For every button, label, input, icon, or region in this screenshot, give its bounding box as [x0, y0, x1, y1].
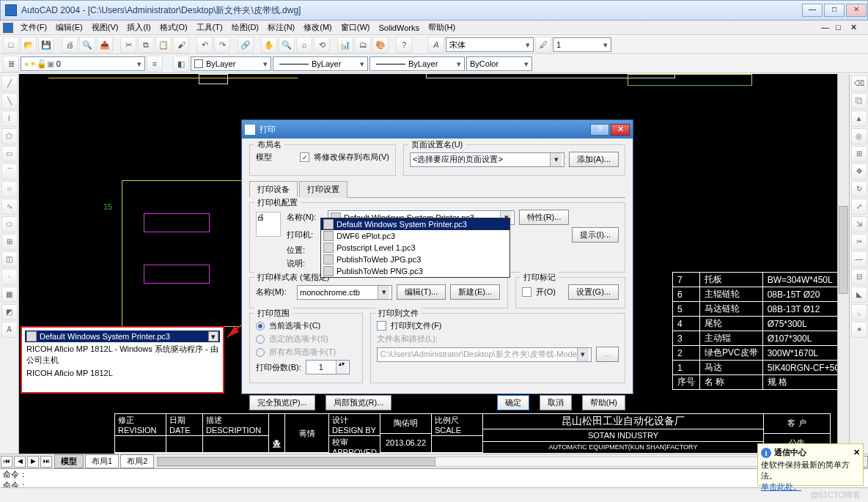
help-icon[interactable]: ? [396, 37, 412, 53]
pline-icon[interactable]: ⌇ [1, 111, 18, 127]
new-style-button[interactable]: 新建(E)... [450, 284, 500, 300]
mdi-icon[interactable] [3, 23, 13, 33]
copy-icon[interactable]: ⧉ [138, 37, 154, 53]
full-preview-button[interactable]: 完全预览(P)... [249, 395, 315, 410]
chamfer-icon[interactable]: ◣ [851, 287, 867, 303]
lineweight-combo[interactable]: ByLayer▾ [369, 56, 465, 71]
ok-button[interactable]: 确定 [497, 395, 529, 410]
horizontal-scrollbar[interactable] [157, 457, 853, 467]
notify-close-icon[interactable]: ✕ [853, 448, 860, 457]
linetype-combo[interactable]: ByLayer▾ [273, 56, 368, 71]
explode-icon[interactable]: ✶ [851, 322, 867, 338]
mtext-icon[interactable]: A [1, 322, 18, 338]
edit-style-button[interactable]: 编辑(T)... [397, 284, 446, 300]
comm-center-notification[interactable]: i通信中心✕ 使软件保持最新的简单方法。 单击此处。 [757, 443, 864, 486]
match-icon[interactable]: 🖌 [173, 37, 189, 53]
printer-option[interactable]: Postscript Level 1.pc3 [321, 242, 510, 254]
dialog-help-button[interactable]: 帮助(H) [582, 395, 625, 410]
mdi-max[interactable]: □ [836, 23, 850, 33]
scope-all-radio[interactable] [256, 348, 265, 357]
color-combo[interactable]: ByLayer▾ [191, 56, 271, 71]
menu-file[interactable]: 文件(F) [16, 22, 51, 33]
ellipse-icon[interactable]: ⬭ [1, 216, 18, 232]
tab-nav-first[interactable]: ⏮ [1, 456, 12, 468]
arc-icon[interactable]: ⌒ [1, 163, 18, 180]
menu-modify[interactable]: 修改(M) [299, 22, 336, 33]
point-icon[interactable]: · [1, 269, 18, 285]
save-icon[interactable]: 💾 [38, 37, 54, 53]
stamp-settings-button[interactable]: 设置(G)... [568, 284, 619, 300]
zoom-win-icon[interactable]: ⌕ [296, 37, 312, 53]
hints-button[interactable]: 提示(I)... [572, 227, 619, 243]
tab-plot-settings[interactable]: 打印设置 [299, 181, 347, 198]
tab-nav-last[interactable]: ⏭ [40, 456, 52, 468]
block-icon[interactable]: ◫ [1, 251, 18, 267]
printer-option[interactable]: PublishToWeb JPG.pc3 [321, 254, 510, 265]
hyperlink-icon[interactable]: 🔗 [238, 37, 254, 53]
mdi-min[interactable]: — [821, 23, 836, 33]
tp-icon[interactable]: 🎨 [372, 37, 389, 53]
close-button[interactable]: ✕ [846, 4, 867, 17]
dialog-titlebar[interactable]: 打印 ? ✕ [242, 120, 633, 139]
scope-current-radio[interactable] [256, 322, 265, 331]
tab-nav-next[interactable]: ▶ [27, 456, 39, 468]
undo-icon[interactable]: ↶ [196, 37, 213, 53]
cancel-button[interactable]: 取消 [540, 395, 572, 410]
font-combo[interactable]: 宋体▾ [446, 37, 534, 52]
menu-format[interactable]: 格式(O) [155, 22, 192, 33]
rect-icon[interactable]: ▭ [1, 146, 18, 162]
menu-dim[interactable]: 标注(N) [263, 22, 299, 33]
move-icon[interactable]: ✥ [851, 163, 867, 180]
properties-button[interactable]: 特性(R)... [519, 210, 569, 225]
dialog-help-button[interactable]: ? [590, 124, 609, 136]
pan-icon[interactable]: ✋ [261, 37, 277, 53]
menu-insert[interactable]: 插入(I) [122, 22, 155, 33]
notify-link[interactable]: 单击此处。 [761, 482, 801, 491]
mirror-icon[interactable]: ▲ [851, 111, 867, 127]
insert-icon[interactable]: ⊞ [1, 234, 18, 250]
printer-option[interactable]: Default Windows System Printer.pc3 [321, 218, 510, 230]
tab-model[interactable]: 模型 [54, 454, 84, 468]
copies-spinner[interactable]: ▴▾ [306, 360, 350, 374]
menu-draw[interactable]: 绘图(D) [227, 22, 263, 33]
zoom-prev-icon[interactable]: ⟲ [314, 37, 330, 53]
print-icon[interactable]: 🖨 [62, 37, 78, 53]
mdi-close[interactable]: ✕ [850, 23, 865, 33]
new-icon[interactable]: □ [3, 37, 19, 53]
printer-option[interactable]: DWF6 ePlot.pc3 [321, 230, 510, 242]
tab-nav-prev[interactable]: ◀ [14, 456, 26, 468]
layers-icon[interactable]: ≣ [3, 56, 19, 72]
text-tool-icon[interactable]: A [428, 37, 444, 53]
menu-edit[interactable]: 编辑(E) [51, 22, 87, 33]
trim-icon[interactable]: ✂ [851, 234, 867, 250]
hatch-icon[interactable]: ▦ [1, 287, 18, 303]
color-icon[interactable]: ◧ [173, 56, 189, 72]
brush-icon[interactable]: 🖊 [535, 37, 551, 53]
menu-view[interactable]: 视图(V) [87, 22, 123, 33]
cut-icon[interactable]: ✂ [120, 37, 136, 53]
dialog-close-button[interactable]: ✕ [611, 124, 630, 136]
break-icon[interactable]: ⊟ [851, 269, 867, 285]
paste-icon[interactable]: 📋 [155, 37, 172, 53]
redo-icon[interactable]: ↷ [214, 37, 230, 53]
scope-selected-radio[interactable] [256, 335, 265, 344]
size-combo[interactable]: 1▾ [553, 37, 611, 52]
stamp-on-checkbox[interactable] [522, 287, 532, 297]
command-window[interactable]: 命令： 命令： [0, 468, 868, 487]
menu-solidworks[interactable]: SolidWorks [375, 23, 424, 32]
open-icon[interactable]: 📂 [21, 37, 37, 53]
pageset-combo[interactable]: <选择要应用的页面设置>▾ [410, 152, 564, 167]
zoom-rt-icon[interactable]: 🔍 [279, 37, 295, 53]
polygon-icon[interactable]: ⬠ [1, 128, 18, 144]
tofile-checkbox[interactable] [377, 321, 386, 331]
array-icon[interactable]: ⊞ [851, 146, 867, 162]
plotstyle-combo[interactable]: ByColor▾ [466, 56, 532, 71]
rotate-icon[interactable]: ↻ [851, 181, 867, 197]
minimize-button[interactable]: — [802, 4, 823, 17]
stretch-icon[interactable]: ⇲ [851, 216, 867, 232]
region-icon[interactable]: ◩ [1, 304, 18, 320]
layer-combo[interactable]: ●☀🔓▣ 0▾ [21, 56, 145, 71]
style-combo[interactable]: monochrome.ctb▾ [297, 285, 392, 300]
line-icon[interactable]: ╱ [1, 75, 18, 92]
dc-icon[interactable]: 🗂 [355, 37, 371, 53]
